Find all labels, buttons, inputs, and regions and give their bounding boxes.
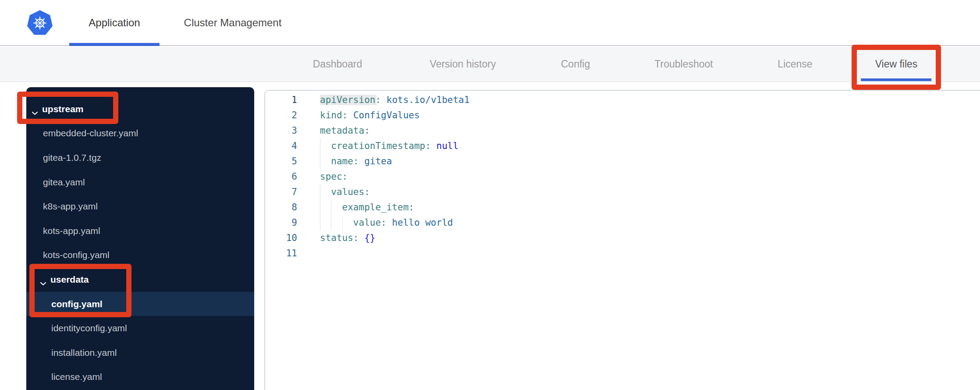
chevron-down-icon	[40, 277, 46, 281]
tree-file-identityconfig[interactable]: identityconfig.yaml	[26, 316, 254, 340]
code-colon: :	[364, 125, 370, 136]
tab-cluster-management[interactable]: Cluster Management	[169, 0, 296, 45]
code-key: apiVersion	[320, 95, 375, 105]
line-number: 5	[265, 154, 297, 169]
code-value: hello world	[392, 217, 453, 228]
code-colon: :	[381, 217, 387, 228]
code-line: 3 metadata:	[265, 123, 980, 138]
tree-file-label: gitea-1.0.7.tgz	[43, 152, 101, 163]
tree-file-gitea-tgz[interactable]: gitea-1.0.7.tgz	[26, 145, 254, 170]
line-number: 11	[265, 246, 297, 261]
tab-application[interactable]: Application	[69, 0, 160, 45]
code-line: 5 name:gitea	[265, 154, 980, 169]
code-value: gitea	[364, 156, 392, 167]
tab-cluster-management-label: Cluster Management	[184, 17, 282, 29]
line-number: 8	[265, 200, 297, 215]
tree-file-embedded-cluster[interactable]: embedded-cluster.yaml	[26, 121, 254, 146]
tab-view-files-label: View files	[875, 58, 918, 70]
tree-folder-userdata[interactable]: userdata	[26, 267, 254, 292]
line-number: 3	[265, 123, 297, 138]
tab-version-history-label: Version history	[430, 58, 496, 70]
line-number: 9	[265, 215, 297, 230]
tree-file-kots-app[interactable]: kots-app.yaml	[26, 219, 254, 243]
code-value: {}	[364, 233, 375, 243]
code-key: metadata	[320, 125, 364, 136]
tab-config[interactable]: Config	[561, 47, 590, 82]
line-number: 7	[265, 184, 297, 200]
tab-application-label: Application	[89, 17, 140, 29]
code-colon: :	[353, 233, 359, 243]
line-number: 10	[265, 230, 297, 246]
code-colon: :	[342, 110, 348, 121]
tree-file-label: license.yaml	[51, 372, 102, 382]
yaml-code-editor[interactable]: 1 apiVersion:kots.io/v1beta1 2 kind:Conf…	[264, 90, 980, 390]
code-line: 2 kind:ConfigValues	[265, 108, 980, 123]
code-key: spec	[320, 171, 342, 182]
line-number: 4	[265, 138, 297, 154]
code-line: 10 status:{}	[265, 230, 980, 246]
code-key: kind	[320, 110, 342, 121]
code-colon: :	[353, 156, 359, 167]
code-line: 11	[265, 246, 980, 261]
code-key: name	[331, 156, 353, 167]
code-colon: :	[364, 187, 370, 197]
app-subnav: Dashboard Version history Config Trouble…	[0, 47, 980, 82]
tab-license-label: License	[778, 58, 812, 70]
code-key: status	[320, 233, 353, 243]
code-key: values	[331, 187, 364, 197]
top-header: Application Cluster Management	[0, 0, 980, 46]
tree-folder-label: upstream	[42, 104, 84, 114]
file-tree-sidebar: upstream embedded-cluster.yaml gitea-1.0…	[26, 87, 254, 390]
tab-troubleshoot[interactable]: Troubleshoot	[654, 47, 713, 82]
chevron-down-icon	[32, 107, 38, 111]
code-line: 6 spec:	[265, 169, 980, 184]
tab-version-history[interactable]: Version history	[430, 47, 496, 82]
code-colon: :	[408, 202, 414, 213]
code-colon: :	[342, 171, 348, 182]
tab-dashboard[interactable]: Dashboard	[313, 47, 362, 82]
tree-file-kots-config[interactable]: kots-config.yaml	[26, 243, 254, 268]
code-line: 9 value:hello world	[265, 215, 980, 230]
code-key: example_item	[342, 202, 409, 213]
code-colon: :	[375, 95, 381, 105]
tree-folder-upstream[interactable]: upstream	[26, 97, 254, 121]
code-value: ConfigValues	[353, 110, 420, 121]
tree-file-label: embedded-cluster.yaml	[43, 128, 138, 138]
code-line: 1 apiVersion:kots.io/v1beta1	[265, 92, 980, 108]
tree-file-gitea-yaml[interactable]: gitea.yaml	[26, 170, 254, 195]
tree-file-label: k8s-app.yaml	[43, 201, 98, 212]
tab-config-label: Config	[561, 58, 590, 70]
tab-dashboard-label: Dashboard	[313, 58, 362, 70]
tree-folder-label: userdata	[50, 274, 89, 285]
line-number: 6	[265, 169, 297, 184]
code-value: kots.io/v1beta1	[387, 95, 470, 105]
code-line: 7 values:	[265, 184, 980, 200]
code-key: value	[353, 217, 381, 228]
tree-file-label: kots-app.yaml	[43, 226, 100, 236]
tree-file-license[interactable]: license.yaml	[26, 365, 254, 390]
line-number: 1	[265, 92, 297, 108]
code-colon: :	[425, 141, 431, 151]
tree-file-label: installation.yaml	[51, 347, 117, 358]
tree-file-label: config.yaml	[51, 299, 103, 309]
tree-file-k8s-app[interactable]: k8s-app.yaml	[26, 194, 254, 219]
tree-file-label: gitea.yaml	[43, 177, 85, 188]
active-tab-underline	[861, 78, 931, 81]
tree-file-config-yaml-selected[interactable]: config.yaml	[26, 292, 254, 316]
code-key: creationTimestamp	[331, 141, 425, 151]
tree-file-label: identityconfig.yaml	[51, 323, 127, 333]
code-line: 4 creationTimestamp:null	[265, 138, 980, 154]
tree-file-installation[interactable]: installation.yaml	[26, 340, 254, 365]
tab-view-files[interactable]: View files	[875, 47, 918, 82]
code-line: 8 example_item:	[265, 200, 980, 215]
tree-file-label: kots-config.yaml	[43, 250, 110, 260]
code-value: null	[437, 141, 459, 151]
tab-troubleshoot-label: Troubleshoot	[654, 58, 713, 70]
line-number: 2	[265, 108, 297, 123]
tab-license[interactable]: License	[778, 47, 812, 82]
kubernetes-logo-icon	[27, 10, 53, 35]
